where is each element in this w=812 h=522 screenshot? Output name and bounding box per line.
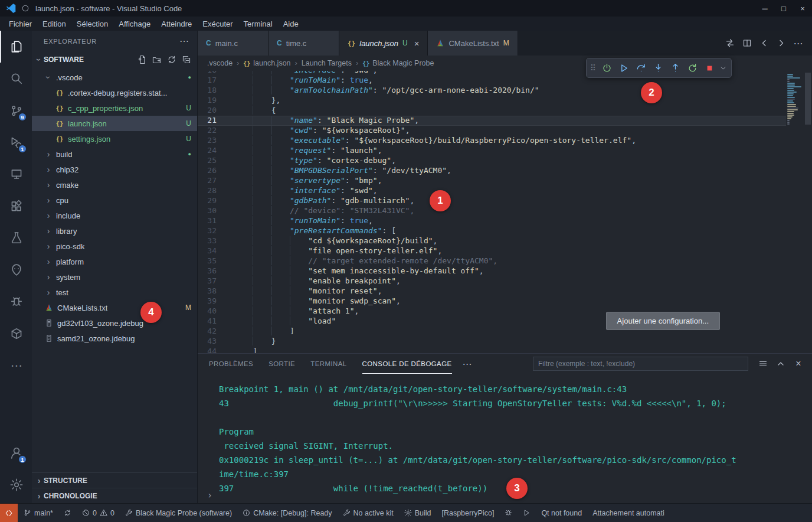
- sidebar-more-icon[interactable]: ⋯: [179, 35, 189, 47]
- debug-step-into-button[interactable]: [650, 60, 667, 76]
- close-tab-icon[interactable]: ×: [414, 38, 420, 48]
- tree-item-vscode[interactable]: ›.vscode●: [32, 70, 197, 85]
- menu-terminal[interactable]: Terminal: [238, 18, 278, 30]
- activity-more[interactable]: ⋯: [0, 350, 32, 381]
- activity-source-control[interactable]: 9: [0, 94, 32, 126]
- editor-scrollbar[interactable]: [804, 71, 812, 353]
- tree-item-launch-json[interactable]: {}launch.jsonU: [32, 116, 197, 131]
- add-configuration-button[interactable]: Ajouter une configuration...: [606, 312, 720, 330]
- close-window-button[interactable]: ×: [793, 0, 812, 17]
- tree-item-samd21-ozone-jdebug[interactable]: samd21_ozone.jdebug: [32, 331, 197, 346]
- status-qt-not-found[interactable]: Qt not found: [541, 509, 582, 517]
- panel-tab-sortie[interactable]: SORTIE: [269, 354, 295, 374]
- drag-handle-icon[interactable]: ⠿: [590, 63, 596, 73]
- tree-item-c-cpp-properties-json[interactable]: {}c_cpp_properties.jsonU: [32, 100, 197, 116]
- debug-step-out-button[interactable]: [667, 60, 684, 76]
- panel-more-icon[interactable]: ⋯: [463, 358, 472, 370]
- tree-item-chip32[interactable]: ›chip32: [32, 162, 197, 177]
- activity-run-debug[interactable]: 1: [0, 126, 32, 158]
- section-software[interactable]: › SOFTWARE: [32, 51, 197, 67]
- debug-continue-button[interactable]: [615, 60, 633, 76]
- scrollbar-thumb[interactable]: [805, 73, 811, 125]
- debug-console[interactable]: Breakpoint 1, main () at /mnt/data/git/o…: [198, 374, 812, 503]
- status-no-active-kit[interactable]: No active kit: [343, 509, 394, 517]
- new-folder-icon[interactable]: [152, 55, 162, 64]
- debug-stop-button[interactable]: [701, 60, 718, 76]
- activity-alien[interactable]: [0, 254, 32, 286]
- menu-aide[interactable]: Aide: [278, 18, 304, 30]
- tree-item-library[interactable]: ›library: [32, 223, 197, 239]
- minimap[interactable]: [786, 71, 804, 353]
- breadcrumb-launch-targets[interactable]: Launch Targets: [302, 59, 352, 67]
- activity-remote-explorer[interactable]: [0, 158, 32, 190]
- compare-changes-icon[interactable]: [722, 35, 738, 51]
- debug-filter-input[interactable]: [533, 357, 748, 371]
- section-structure[interactable]: › STRUCTURE: [32, 472, 197, 488]
- maximize-panel-icon[interactable]: [774, 357, 787, 370]
- tree-item-include[interactable]: ›include: [32, 208, 197, 223]
- tree-item-test[interactable]: ›test: [32, 285, 197, 300]
- status-sync[interactable]: [64, 509, 71, 517]
- activity-package[interactable]: [0, 318, 32, 350]
- tree-item-build[interactable]: ›build●: [32, 146, 197, 162]
- tree-item-cpu[interactable]: ›cpu: [32, 193, 197, 208]
- collapse-all-icon[interactable]: [182, 55, 191, 64]
- tree-item-cmakelists-txt[interactable]: CMakeLists.txtM: [32, 300, 197, 315]
- panel-tab-probl-mes[interactable]: PROBLÈMES: [209, 354, 253, 374]
- split-editor-icon[interactable]: [739, 35, 755, 51]
- tree-item-cortex-debug-registers-stat[interactable]: {}.cortex-debug.registers.stat...: [32, 85, 197, 100]
- more-actions-icon[interactable]: ⋯: [790, 35, 806, 51]
- tree-item-cmake[interactable]: ›cmake: [32, 177, 197, 193]
- navigate-forward-icon[interactable]: [773, 35, 789, 51]
- status-raspberrypico[interactable]: [RaspberryPico]: [441, 509, 494, 517]
- status-main[interactable]: main*: [24, 509, 53, 517]
- tab-time-c[interactable]: Ctime.c: [269, 31, 339, 56]
- activity-test-beaker[interactable]: [0, 222, 32, 254]
- activity-settings-gear[interactable]: [0, 469, 32, 501]
- status-black-magic-probe-software[interactable]: Black Magic Probe (software): [125, 509, 232, 517]
- tree-item-gd32vf103-ozone-jdebug[interactable]: gd32vf103_ozone.jdebug: [32, 315, 197, 331]
- refresh-icon[interactable]: [167, 55, 176, 64]
- status-cmake-debug-ready[interactable]: CMake: [Debug]: Ready: [243, 509, 332, 517]
- panel-tab-terminal[interactable]: TERMINAL: [310, 354, 346, 374]
- status-build[interactable]: Build: [404, 509, 431, 517]
- tree-item-settings-json[interactable]: {}settings.jsonU: [32, 131, 197, 146]
- menu-s-lection[interactable]: Sélection: [71, 18, 113, 30]
- minimize-button[interactable]: ─: [755, 0, 774, 17]
- menu-fichier[interactable]: Fichier: [4, 18, 37, 30]
- status-bug[interactable]: [505, 509, 512, 517]
- menu-affichage[interactable]: Affichage: [113, 18, 156, 30]
- debug-restart-button[interactable]: [684, 60, 701, 76]
- breadcrumb-black-magic-probe[interactable]: {}Black Magic Probe: [362, 59, 434, 67]
- debug-step-over-button[interactable]: [633, 60, 650, 76]
- console-options-icon[interactable]: [757, 357, 770, 370]
- panel-tab-console-de-d-bogage[interactable]: CONSOLE DE DÉBOGAGE: [362, 354, 452, 374]
- activity-search[interactable]: [0, 63, 32, 94]
- new-file-icon[interactable]: [137, 55, 147, 64]
- tab-launch-json[interactable]: {}launch.jsonU×: [339, 31, 428, 56]
- menu-ex-cuter[interactable]: Exécuter: [197, 18, 238, 30]
- menu-edition[interactable]: Edition: [37, 18, 71, 30]
- tab-main-c[interactable]: Cmain.c: [198, 31, 269, 56]
- activity-account[interactable]: 1: [0, 437, 32, 469]
- breadcrumb-launch-json[interactable]: {}launch.json: [243, 59, 290, 67]
- tree-item-system[interactable]: ›system: [32, 269, 197, 285]
- status-0[interactable]: 00: [82, 509, 114, 517]
- menu-atteindre[interactable]: Atteindre: [156, 18, 197, 30]
- tab-cmakelists-txt[interactable]: CMakeLists.txtM: [428, 31, 518, 56]
- activity-explorer[interactable]: [0, 31, 32, 63]
- navigate-back-icon[interactable]: [756, 35, 772, 51]
- editor[interactable]: 16 "interface": "swd",17 "runToMain": tr…: [198, 71, 812, 353]
- activity-extensions[interactable]: [0, 190, 32, 222]
- chevron-down-icon[interactable]: [719, 64, 727, 72]
- section-chronologie[interactable]: › CHRONOLOGIE: [32, 488, 197, 503]
- maximize-button[interactable]: □: [774, 0, 793, 17]
- debug-power-button[interactable]: [598, 60, 615, 76]
- tree-item-pico-sdk[interactable]: ›pico-sdk: [32, 239, 197, 254]
- close-panel-icon[interactable]: ×: [792, 357, 805, 370]
- remote-indicator[interactable]: [0, 504, 18, 522]
- breadcrumb-vscode[interactable]: .vscode: [207, 59, 233, 67]
- code-area[interactable]: 16 "interface": "swd",17 "runToMain": tr…: [198, 71, 786, 353]
- status-attachement-automati[interactable]: Attachement automati: [592, 509, 664, 517]
- tree-item-platform[interactable]: ›platform: [32, 254, 197, 269]
